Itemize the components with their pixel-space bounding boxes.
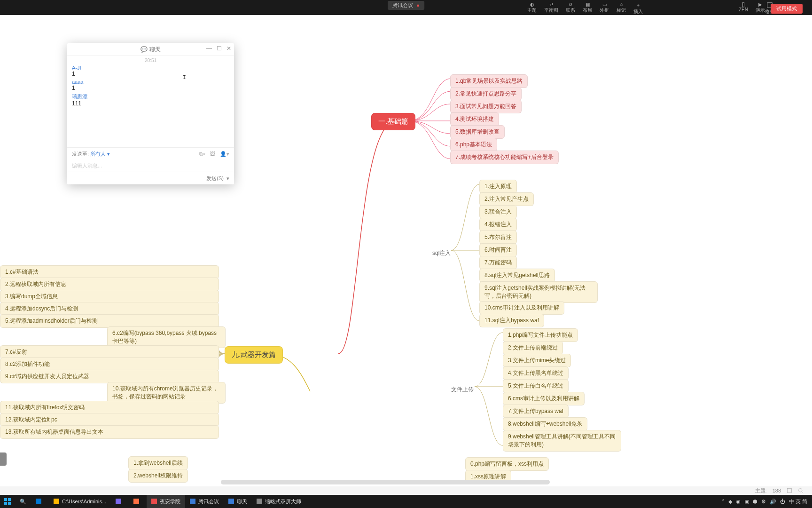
weapon-node-4[interactable]: 5.远程添加adminsdholder后门与检测 [0, 314, 219, 328]
upload-node-4[interactable]: 5.文件上传白名单绕过 [503, 379, 569, 393]
chat-title-text: 聊天 [149, 46, 161, 54]
sql-node-1[interactable]: 2.注入常见产生点 [479, 192, 534, 206]
upload-node-0[interactable]: 1.php编写文件上传功能点 [503, 328, 578, 342]
horizontal-scrollbar[interactable] [221, 480, 550, 484]
image-icon[interactable]: 🖼 [210, 151, 215, 157]
chat-input[interactable]: 编辑人消息... [67, 160, 234, 172]
tool-outline[interactable]: ▭外框 [600, 2, 609, 15]
tool-label: 外框 [600, 7, 609, 14]
start-button[interactable] [0, 495, 15, 508]
upload-node-7[interactable]: 8.webshell编写+webshell免杀 [503, 417, 587, 431]
taskbar-item-1[interactable]: C:\Users\Adminis... [49, 495, 111, 508]
xss-node-0[interactable]: 0.php编写留言板，xss利用点 [465, 457, 549, 471]
tool-theme[interactable]: ◐主题 [527, 2, 537, 15]
chat-user-2: 瑞思漂 [72, 93, 229, 100]
tool-balance[interactable]: ⇄平衡图 [544, 2, 558, 15]
sql-node-3[interactable]: 4.报错注入 [479, 218, 517, 231]
weapon-node-2[interactable]: 3.编写dump全域信息 [0, 290, 219, 303]
taskbar-item-5[interactable]: 腾讯会议 [185, 495, 224, 508]
sidebar-toggle[interactable] [0, 452, 7, 466]
tray-icon-2[interactable]: ◉ [736, 499, 741, 505]
person-icon[interactable]: 👤▾ [220, 151, 229, 157]
tool-relation[interactable]: ↺联系 [566, 2, 575, 15]
weapon-node-7[interactable]: 8.c2添加插件功能 [0, 357, 219, 371]
node-weapon-root[interactable]: 九.武器开发篇 [225, 346, 283, 364]
weapon-node-3[interactable]: 4.远程添加dcsync后门与检测 [0, 302, 219, 316]
pink-node-4[interactable]: 5.数据库增删改查 [450, 125, 505, 139]
sql-node-5[interactable]: 6.时间盲注 [479, 243, 517, 257]
search-button[interactable]: 🔍 [15, 495, 31, 508]
tool-zen[interactable]: []ZEN [739, 2, 748, 14]
taskbar-item-2[interactable] [111, 495, 129, 508]
tool-present[interactable]: ▶演示 [756, 2, 765, 14]
pink-node-1[interactable]: 2.常见快速打点思路分享 [450, 87, 522, 101]
sql-node-9[interactable]: 10.cms审计注入以及利用讲解 [479, 301, 564, 315]
send-dropdown-icon[interactable]: ▾ [226, 175, 229, 182]
tray-icon-4[interactable]: ⬢ [753, 499, 757, 505]
chat-titlebar[interactable]: 💬 聊天 — ☐ ✕ [67, 43, 234, 56]
node-sql-hub[interactable]: sql注入 [428, 247, 455, 260]
pink-node-3[interactable]: 4.测试环境搭建 [450, 112, 499, 126]
tool-label: 插入 [633, 8, 643, 15]
weapon-node-6[interactable]: 7.c#反射 [0, 345, 219, 359]
upload-node-6[interactable]: 7.文件上传bypass waf [503, 405, 569, 418]
weapon-node-1[interactable]: 2.远程获取域内所有信息 [0, 278, 219, 291]
sql-node-6[interactable]: 7.万能密码 [479, 256, 517, 270]
minimize-icon[interactable]: — [206, 45, 212, 52]
weapon-node-0[interactable]: 1.c#基础语法 [0, 265, 219, 279]
tray-volume-icon[interactable]: 🔊 [770, 499, 776, 505]
meeting-badge: 腾讯会议 ● [388, 1, 424, 10]
zoom-fit-icon[interactable] [787, 488, 792, 493]
upload-node-8[interactable]: 9.webshell管理工具讲解(不同管理工具不同场景下的利用) [503, 430, 621, 452]
sql-node-10[interactable]: 11.sql注入bypass waf [479, 314, 544, 327]
trial-mode-button[interactable]: 试用模式 [771, 4, 803, 14]
tray-icon-3[interactable]: ▣ [744, 499, 749, 505]
maximize-icon[interactable]: ☐ [217, 45, 222, 52]
pink-node-6[interactable]: 7.成绩考核系统核心功能编写+后台登录 [450, 151, 559, 164]
sql-node-4[interactable]: 5.布尔盲注 [479, 230, 517, 244]
send-to[interactable]: 发送至: 所有人 ▾ [72, 151, 110, 158]
app-icon [133, 499, 139, 504]
chat-user-0: A-JI [72, 65, 229, 71]
sql-node-7[interactable]: 8.sql注入常见getshell思路 [479, 269, 555, 282]
taskbar-item-7[interactable]: 缩略式录屏大师 [252, 495, 306, 508]
weapon-node-11[interactable]: 12.获取域内定位it pc [0, 413, 219, 427]
weapon-node-10[interactable]: 11.获取域内所有firefox明文密码 [0, 401, 219, 414]
taskbar-item-6[interactable]: 聊天 [224, 495, 252, 508]
close-icon[interactable]: ✕ [226, 45, 231, 52]
upload-node-1[interactable]: 2.文件上传前端绕过 [503, 341, 563, 355]
tray-icon-5[interactable]: ⚙ [761, 499, 766, 505]
taskbar-item-0[interactable] [31, 495, 49, 508]
app-icon [116, 499, 121, 504]
svg-rect-6 [8, 502, 11, 505]
tray-lang[interactable]: 中 英 简 [789, 498, 807, 505]
sql-node-2[interactable]: 3.联合注入 [479, 205, 517, 219]
upload-node-5[interactable]: 6.cms审计上传以及利用讲解 [503, 392, 585, 405]
sql-node-0[interactable]: 1.注入原理 [479, 180, 517, 193]
tool-plus[interactable]: ＋插入 [633, 2, 643, 15]
weapon-node-8[interactable]: 9.c#域内供应链开发人员定位武器 [0, 370, 219, 383]
webshell-node-0[interactable]: 1.拿到webshell后续 [128, 456, 188, 470]
webshell-node-1[interactable]: 2.webshell权限维持 [128, 469, 188, 483]
taskbar-item-3[interactable] [129, 495, 147, 508]
tray-up-icon[interactable]: ˄ [722, 499, 725, 505]
tool-layout[interactable]: ▦布局 [583, 2, 592, 15]
upload-node-3[interactable]: 4.文件上传黑名单绕过 [503, 366, 569, 380]
screenshot-icon[interactable]: ⧉▾ [199, 151, 205, 157]
chat-user-1: aaaa [72, 79, 229, 85]
pink-node-2[interactable]: 3.面试常见问题万能回答 [450, 100, 522, 113]
pink-node-0[interactable]: 1.qb常见场景以及实战思路 [450, 74, 528, 88]
upload-node-2[interactable]: 3.文件上传mime头绕过 [503, 354, 571, 367]
weapon-node-12[interactable]: 13.获取所有域内机器桌面信息导出文本 [0, 425, 219, 439]
zoom-icon[interactable] [798, 488, 804, 493]
tool-star[interactable]: ☆标记 [617, 2, 626, 15]
tray-network-icon[interactable]: ⏻ [780, 499, 785, 504]
node-upload-hub[interactable]: 文件上传 [446, 383, 478, 396]
pink-node-5[interactable]: 6.php基本语法 [450, 138, 497, 151]
sql-node-8[interactable]: 9.sql注入getshell实战案例模拟讲解(无法写，后台密码无解) [479, 281, 598, 303]
taskbar-item-4[interactable]: 夜安学院 [147, 495, 185, 508]
system-tray[interactable]: ˄ ◆ ◉ ▣ ⬢ ⚙ 🔊 ⏻ 中 英 简 [722, 498, 812, 505]
node-basics-root[interactable]: 一.基础篇 [371, 113, 415, 130]
send-button[interactable]: 发送(S) [206, 175, 224, 182]
tray-icon-1[interactable]: ◆ [728, 499, 732, 505]
